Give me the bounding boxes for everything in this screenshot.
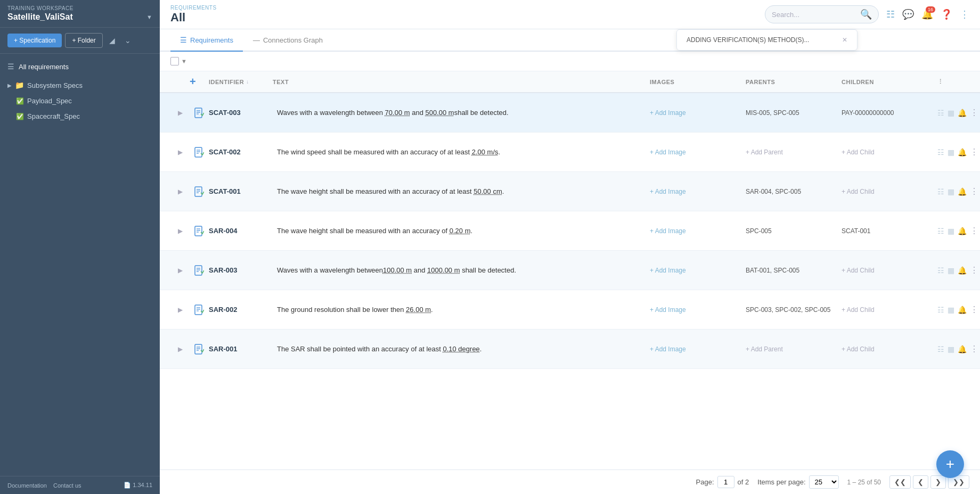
requirements-action-icon[interactable]: ☷ [937, 148, 944, 157]
tab-requirements[interactable]: ☰ Requirements [170, 29, 243, 52]
bell-action-icon[interactable]: 🔔 [958, 306, 967, 314]
clone-action-icon[interactable]: ▦ [948, 345, 954, 353]
more-action-icon[interactable]: ⋮ [970, 304, 978, 315]
workspace-name: Satellite_ValiSat ▼ [7, 12, 152, 22]
col-children-header: CHILDREN [842, 79, 937, 85]
topbar: REQUIREMENTS All 🔍 ☷ 💬 🔔 16 ❓ ⋮ [160, 0, 980, 29]
requirements-action-icon[interactable]: ☷ [937, 345, 944, 353]
row-children-sar003[interactable]: + Add Child [842, 267, 937, 274]
row-doc-icon-scat002 [190, 147, 209, 158]
workspace-chevron-icon[interactable]: ▼ [146, 14, 152, 20]
main-content: REQUIREMENTS All 🔍 ☷ 💬 🔔 16 ❓ ⋮ ADDING V… [160, 0, 980, 494]
footer-links: Documentation Contact us [7, 482, 81, 489]
requirements-action-icon[interactable]: ☷ [937, 109, 944, 117]
first-page-button[interactable]: ❮❮ [889, 475, 911, 489]
tab-connections-graph[interactable]: ⸻ Connections Graph [243, 29, 332, 52]
more-action-icon[interactable]: ⋮ [970, 226, 978, 236]
bell-action-icon[interactable]: 🔔 [958, 109, 967, 117]
row-children-scat003: PAY-00000000000 [842, 109, 937, 117]
col-parents-header: PARENTS [746, 79, 842, 85]
clone-action-icon[interactable]: ▦ [948, 227, 954, 235]
row-children-sar001[interactable]: + Add Child [842, 345, 937, 353]
more-action-icon[interactable]: ⋮ [970, 186, 978, 196]
more-action-icon[interactable]: ⋮ [970, 265, 978, 275]
bell-action-icon[interactable]: 🔔 [958, 148, 967, 157]
checkbox-dropdown-icon[interactable]: ▼ [181, 58, 187, 64]
row-expand-sar003[interactable]: ▶ [170, 267, 190, 274]
row-expand-scat003[interactable]: ▶ [170, 109, 190, 117]
add-specification-button[interactable]: + Specification [7, 34, 62, 47]
more-action-icon[interactable]: ⋮ [970, 147, 978, 157]
close-icon[interactable]: ✕ [842, 36, 847, 44]
add-folder-button[interactable]: + Folder [65, 33, 102, 48]
row-images-sar003[interactable]: + Add Image [650, 267, 746, 274]
row-id-sar002: SAR-002 [209, 306, 273, 314]
column-options-icon[interactable]: ⋮ [937, 78, 944, 85]
list-icon[interactable]: ☷ [886, 9, 895, 20]
bell-action-icon[interactable]: 🔔 [958, 187, 967, 196]
bell-action-icon[interactable]: 🔔 [958, 227, 967, 235]
requirements-action-icon[interactable]: ☷ [937, 187, 944, 196]
clone-action-icon[interactable]: ▦ [948, 187, 954, 196]
row-actions-sar002: ☷ ▦ 🔔 ⋮ [937, 304, 969, 315]
row-children-scat001[interactable]: + Add Child [842, 188, 937, 195]
row-expand-sar002[interactable]: ▶ [170, 306, 190, 314]
search-icon[interactable]: 🔍 [860, 9, 872, 20]
sidebar-item-payload-spec[interactable]: ✅ Payload_Spec [0, 93, 160, 109]
topbar-left: REQUIREMENTS All [170, 5, 217, 24]
row-expand-scat002[interactable]: ▶ [170, 149, 190, 156]
more-action-icon[interactable]: ⋮ [970, 344, 978, 354]
notifications-icon[interactable]: 🔔 16 [921, 9, 933, 20]
sidebar-item-spacecraft-spec[interactable]: ✅ Spacecraft_Spec [0, 109, 160, 124]
clone-action-icon[interactable]: ▦ [948, 306, 954, 314]
page-number-input[interactable] [717, 476, 734, 488]
more-options-icon[interactable]: ⋮ [960, 9, 969, 20]
row-parents-scat002[interactable]: + Add Parent [746, 149, 842, 156]
row-images-sar004[interactable]: + Add Image [650, 227, 746, 235]
fab-add-button[interactable]: + [936, 450, 964, 478]
bell-action-icon[interactable]: 🔔 [958, 266, 967, 275]
sidebar-item-subsystem-specs[interactable]: ▶ 📁 Subsystem Specs [0, 77, 160, 93]
row-images-scat003[interactable]: + Add Image [650, 109, 746, 117]
more-action-icon[interactable]: ⋮ [970, 108, 978, 118]
row-images-sar001[interactable]: + Add Image [650, 345, 746, 353]
row-expand-sar004[interactable]: ▶ [170, 227, 190, 235]
help-icon[interactable]: ❓ [941, 9, 952, 20]
clone-action-icon[interactable]: ▦ [948, 109, 954, 117]
row-children-sar002[interactable]: + Add Child [842, 306, 937, 314]
notification-banner-text: ADDING VERIFICATION(S) METHOD(S)... [687, 36, 809, 44]
prev-page-button[interactable]: ❮ [913, 475, 928, 489]
filter-button[interactable]: ◢ [106, 33, 118, 48]
row-images-sar002[interactable]: + Add Image [650, 306, 746, 314]
row-text-sar003: Waves with a wavelength between100.00 m … [273, 259, 650, 282]
table-toolbar: ▼ [160, 52, 980, 71]
select-all-checkbox[interactable] [170, 57, 179, 65]
sort-button[interactable]: ⌄ [121, 33, 134, 48]
row-parents-sar001[interactable]: + Add Parent [746, 345, 842, 353]
per-page-select[interactable]: 25 50 100 [809, 475, 839, 489]
search-input[interactable] [772, 11, 857, 19]
svg-rect-12 [195, 226, 202, 236]
table-row: ▶ SAR-004 The wave height shall be measu… [160, 211, 980, 251]
row-expand-scat001[interactable]: ▶ [170, 188, 190, 195]
row-expand-sar001[interactable]: ▶ [170, 345, 190, 353]
tree-section: ▶ 📁 Subsystem Specs ✅ Payload_Spec ✅ Spa… [0, 75, 160, 126]
clone-action-icon[interactable]: ▦ [948, 266, 954, 275]
requirements-action-icon[interactable]: ☷ [937, 306, 944, 314]
expand-icon: ▶ [7, 83, 12, 88]
clone-action-icon[interactable]: ▦ [948, 148, 954, 157]
contact-us-link[interactable]: Contact us [53, 482, 81, 489]
bell-action-icon[interactable]: 🔔 [958, 345, 967, 353]
add-row-icon[interactable]: + [190, 76, 196, 87]
documentation-link[interactable]: Documentation [7, 482, 47, 489]
requirements-action-icon[interactable]: ☷ [937, 266, 944, 275]
sort-identifier-icon[interactable]: ↓ [246, 79, 249, 85]
row-images-scat001[interactable]: + Add Image [650, 188, 746, 195]
row-images-scat002[interactable]: + Add Image [650, 149, 746, 156]
chat-icon[interactable]: 💬 [902, 9, 914, 20]
row-children-scat002[interactable]: + Add Child [842, 149, 937, 156]
requirements-action-icon[interactable]: ☷ [937, 227, 944, 235]
next-page-button[interactable]: ❯ [930, 475, 946, 489]
all-requirements-item[interactable]: ☰ All requirements [0, 58, 160, 75]
pagination-bar: Page: of 2 Items per page: 25 50 100 1 –… [160, 470, 980, 494]
